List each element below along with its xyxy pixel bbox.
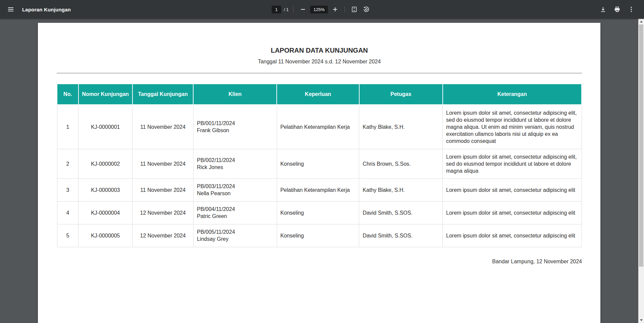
klien-nama: Nella Pearson — [197, 190, 273, 197]
klien-kode: PB/005/11/2024 — [197, 228, 273, 235]
cell-nomor: KJ-0000001 — [78, 105, 132, 149]
klien-nama: Patric Green — [197, 213, 273, 220]
cell-nomor: KJ-0000003 — [78, 178, 132, 201]
cell-nomor: KJ-0000005 — [78, 224, 132, 247]
page-count-label: / 1 — [284, 7, 288, 12]
table-header-row: No. Nomor Kunjungan Tanggal Kunjungan Kl… — [57, 84, 582, 105]
download-icon[interactable] — [597, 3, 609, 15]
more-options-icon[interactable] — [625, 3, 637, 15]
zoom-out-icon[interactable] — [297, 3, 309, 15]
table-row: 2 KJ-0000002 11 November 2024 PB/002/11/… — [57, 149, 582, 178]
pdf-toolbar: Laporan Kunjungan / 1 125% — [0, 0, 644, 19]
print-icon[interactable] — [611, 3, 623, 15]
col-header-keterangan: Keterangan — [443, 84, 582, 105]
cell-keperluan: Pelatihan Keterampilan Kerja — [277, 178, 359, 201]
cell-tanggal: 11 November 2024 — [132, 105, 194, 149]
cell-keterangan: Lorem ipsum dolor sit amet, consectetur … — [443, 149, 582, 178]
cell-tanggal: 11 November 2024 — [132, 149, 194, 178]
klien-nama: Lindsay Grey — [197, 235, 273, 243]
col-header-tanggal-kunjungan: Tanggal Kunjungan — [132, 84, 194, 105]
toolbar-divider — [344, 6, 345, 12]
rotate-icon[interactable] — [360, 3, 372, 15]
cell-no: 2 — [57, 149, 78, 178]
toolbar-left: Laporan Kunjungan — [5, 3, 71, 15]
cell-keperluan: Konseling — [277, 149, 359, 178]
cell-no: 3 — [57, 178, 78, 201]
col-header-klien: Klien — [193, 84, 277, 105]
col-header-petugas: Petugas — [359, 84, 443, 105]
pdf-viewer-area: LAPORAN DATA KUNJUNGAN Tanggal 11 Novemb… — [0, 19, 644, 323]
zoom-level-badge[interactable]: 125% — [311, 6, 328, 13]
klien-kode: PB/002/11/2024 — [197, 157, 273, 164]
cell-klien: PB/005/11/2024 Lindsay Grey — [193, 224, 277, 247]
table-row: 4 KJ-0000004 12 November 2024 PB/004/11/… — [57, 201, 582, 224]
cell-klien: PB/003/11/2024 Nella Pearson — [193, 178, 277, 201]
cell-keperluan: Konseling — [277, 201, 359, 224]
cell-keterangan: Lorem ipsum dolor sit amet, consectetur … — [443, 201, 582, 224]
toolbar-right — [597, 3, 637, 15]
fit-page-icon[interactable] — [348, 3, 360, 15]
cell-keperluan: Konseling — [277, 224, 359, 247]
scrollbar-thumb[interactable] — [639, 24, 643, 267]
page-number-input[interactable] — [272, 6, 281, 13]
table-row: 1 KJ-0000001 11 November 2024 PB/001/11/… — [57, 105, 582, 149]
cell-keterangan: Lorem ipsum dolor sit amet, consectetur … — [443, 224, 582, 247]
klien-kode: PB/004/11/2024 — [197, 206, 273, 213]
report-title: LAPORAN DATA KUNJUNGAN — [57, 47, 582, 54]
cell-keperluan: Pelatihan Keterampilan Kerja — [277, 105, 359, 149]
toolbar-divider — [293, 6, 294, 12]
col-header-no: No. — [57, 84, 78, 105]
scroll-up-icon[interactable] — [638, 19, 644, 24]
col-header-nomor-kunjungan: Nomor Kunjungan — [78, 84, 132, 105]
cell-petugas: Chris Brown, S.Sos. — [359, 149, 443, 178]
cell-no: 5 — [57, 224, 78, 247]
toolbar-page-controls: / 1 125% — [272, 3, 372, 15]
report-date-range: Tanggal 11 November 2024 s.d. 12 Novembe… — [57, 59, 582, 65]
cell-klien: PB/002/11/2024 Rick Jones — [193, 149, 277, 178]
menu-icon[interactable] — [5, 3, 17, 15]
klien-kode: PB/001/11/2024 — [197, 120, 273, 127]
cell-tanggal: 11 November 2024 — [132, 178, 194, 201]
cell-petugas: Kathy Blake, S.H. — [359, 178, 443, 201]
klien-kode: PB/003/11/2024 — [197, 183, 273, 190]
cell-tanggal: 12 November 2024 — [132, 224, 194, 247]
window-title: Laporan Kunjungan — [22, 7, 71, 12]
cell-petugas: David Smith, S.SOS. — [359, 201, 443, 224]
pdf-page: LAPORAN DATA KUNJUNGAN Tanggal 11 Novemb… — [38, 23, 600, 323]
cell-tanggal: 12 November 2024 — [132, 201, 194, 224]
table-row: 5 KJ-0000005 12 November 2024 PB/005/11/… — [57, 224, 582, 247]
cell-keterangan: Lorem ipsum dolor sit amet, consectetur … — [443, 178, 582, 201]
cell-no: 1 — [57, 105, 78, 149]
report-content: LAPORAN DATA KUNJUNGAN Tanggal 11 Novemb… — [38, 47, 600, 265]
divider-rule — [57, 73, 582, 73]
scroll-down-icon[interactable] — [638, 317, 644, 323]
klien-nama: Rick Jones — [197, 164, 273, 171]
zoom-in-icon[interactable] — [329, 3, 341, 15]
cell-keterangan: Lorem ipsum dolor sit amet, consectetur … — [443, 105, 582, 149]
cell-nomor: KJ-0000004 — [78, 201, 132, 224]
cell-klien: PB/001/11/2024 Frank Gibson — [193, 105, 277, 149]
cell-no: 4 — [57, 201, 78, 224]
cell-petugas: Kathy Blake, S.H. — [359, 105, 443, 149]
cell-nomor: KJ-0000002 — [78, 149, 132, 178]
visits-table: No. Nomor Kunjungan Tanggal Kunjungan Kl… — [57, 84, 582, 247]
cell-klien: PB/004/11/2024 Patric Green — [193, 201, 277, 224]
report-footer: Bandar Lampung, 12 November 2024 — [57, 259, 582, 265]
klien-nama: Frank Gibson — [197, 127, 273, 134]
vertical-scrollbar[interactable] — [638, 19, 644, 323]
cell-petugas: David Smith, S.SOS. — [359, 224, 443, 247]
col-header-keperluan: Keperluan — [277, 84, 359, 105]
table-row: 3 KJ-0000003 11 November 2024 PB/003/11/… — [57, 178, 582, 201]
